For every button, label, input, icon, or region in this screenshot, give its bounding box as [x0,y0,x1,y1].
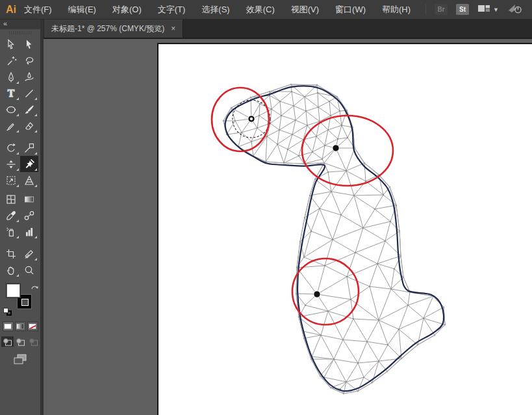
symbol-sprayer-tool[interactable] [2,223,20,240]
type-tool[interactable]: T [2,85,20,101]
column-graph-tool[interactable] [20,223,38,240]
menu-item-window[interactable]: 窗口(W) [335,4,366,16]
document-tab[interactable]: 未标题-1* @ 257% (CMYK/预览) × [44,19,183,38]
menu-items: 文件(F)编辑(E)对象(O)文字(T)选择(S)效果(C)视图(V)窗口(W)… [24,4,411,16]
none-button[interactable] [27,321,38,331]
free-transform-tool[interactable] [2,172,20,188]
tools-panel: « T [0,19,44,415]
rotate-tool[interactable] [2,140,20,156]
magic-wand-tool[interactable] [2,53,20,69]
app-logo: Ai [0,4,24,16]
gradient-button[interactable] [15,321,26,331]
menu-item-help[interactable]: 帮助(H) [382,4,411,16]
gpu-performance-icon[interactable] [507,3,523,17]
svg-text:T: T [8,88,15,99]
artboard-tool[interactable] [2,245,20,262]
swatch-buttons [0,321,40,331]
default-fill-stroke-icon[interactable] [3,308,12,316]
puppet-pin-normal[interactable] [314,291,320,297]
annotation-circle [292,258,359,325]
menu-item-view[interactable]: 视图(V) [291,4,319,16]
chevron-down-icon[interactable]: ▼ [493,6,499,13]
toolbar-group-separator [2,134,38,140]
mesh-tool[interactable] [2,191,20,207]
fill-stroke-widget [0,282,40,318]
document-tab-bar: 未标题-1* @ 257% (CMYK/预览) × [44,19,532,39]
menu-item-type[interactable]: 文字(T) [158,4,186,16]
eraser-tool[interactable] [20,118,38,134]
pen-tool[interactable] [2,69,20,85]
slice-tool[interactable] [20,245,38,262]
swap-fill-stroke-icon[interactable] [31,283,39,294]
canvas-area[interactable] [44,39,532,415]
workspace-switcher-icon[interactable] [477,3,490,16]
shaper-tool[interactable] [2,118,20,134]
toolbar-grip[interactable] [0,29,40,36]
gradient-tool[interactable] [20,191,38,207]
document-tab-title: 未标题-1* @ 257% (CMYK/预览) [51,23,164,34]
draw-inside-button[interactable] [27,336,40,347]
toolbar-collapse-button[interactable]: « [0,19,40,29]
color-button[interactable] [3,321,14,331]
triangulated-mesh [223,84,445,394]
menu-item-object[interactable]: 对象(O) [112,4,142,16]
menu-bar: Ai 文件(F)编辑(E)对象(O)文字(T)选择(S)效果(C)视图(V)窗口… [0,0,532,19]
menu-item-edit[interactable]: 编辑(E) [68,4,96,16]
puppet-pin-normal[interactable] [333,145,339,151]
annotation-circle [212,88,269,151]
direct-selection-tool[interactable] [20,36,38,53]
screen-mode-button[interactable] [0,353,40,366]
line-segment-tool[interactable] [20,85,38,101]
hand-tool[interactable] [2,262,20,278]
toolbar-tools: T [0,36,40,278]
puppet-warp-tool[interactable] [20,156,38,172]
bridge-icon[interactable]: Br [435,4,448,15]
menu-item-effect[interactable]: 效果(C) [246,4,275,16]
selection-tool[interactable] [2,36,20,53]
puppet-warp-mesh-drawing[interactable] [44,39,532,415]
stock-icon[interactable]: St [456,4,469,15]
fill-swatch[interactable] [6,283,21,298]
illustrator-window: Ai 文件(F)编辑(E)对象(O)文字(T)选择(S)效果(C)视图(V)窗口… [0,0,532,415]
width-tool[interactable] [2,156,20,172]
draw-normal-button[interactable] [1,336,14,347]
perspective-grid-tool[interactable] [20,172,38,188]
tab-close-icon[interactable]: × [171,24,175,33]
puppet-pin-selected[interactable] [248,116,255,122]
menu-item-file[interactable]: 文件(F) [24,4,52,16]
menubar-separator [425,5,426,15]
curvature-tool[interactable] [20,69,38,85]
shape-tool[interactable] [2,101,20,118]
blend-tool[interactable] [20,207,38,223]
scale-tool[interactable] [20,140,38,156]
eyedropper-tool[interactable] [2,207,20,223]
draw-mode-buttons [0,336,40,347]
toolbar-group-separator [2,240,38,245]
menubar-right: Br St ▼ [425,3,532,17]
menu-item-select[interactable]: 选择(S) [201,4,229,16]
paintbrush-tool[interactable] [20,101,38,118]
zoom-tool[interactable] [20,262,38,278]
draw-behind-button[interactable] [14,336,27,347]
lasso-tool[interactable] [20,53,38,69]
screen-mode-icon [12,353,29,366]
